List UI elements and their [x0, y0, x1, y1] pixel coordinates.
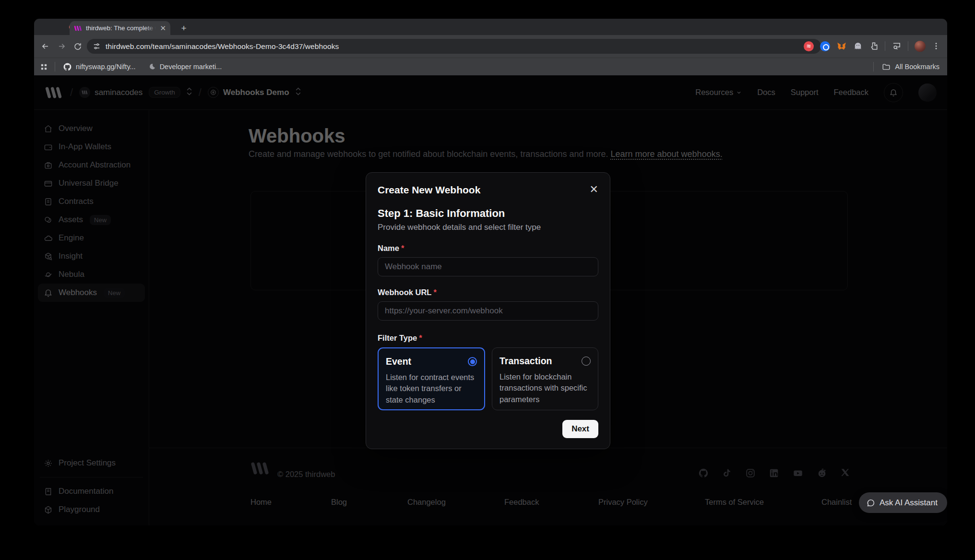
- step-subtitle: Provide webhook details and select filte…: [378, 223, 598, 232]
- toolbar-divider: [908, 41, 908, 51]
- crescent-favicon: [148, 63, 156, 71]
- extensions-row: [804, 38, 940, 54]
- browser-toolbar: thirdweb.com/team/saminacodes/Webhooks-D…: [34, 35, 947, 58]
- modal-header: Create New Webhook ✕: [378, 184, 598, 196]
- browser-window: thirdweb: The complete web3 ✕ + thirdweb…: [34, 19, 947, 525]
- filter-option-event[interactable]: Event Listen for contract events like to…: [378, 347, 485, 410]
- name-label-text: Name: [378, 244, 399, 252]
- required-marker: *: [433, 288, 436, 297]
- filter-option-description: Listen for contract events like token tr…: [386, 372, 477, 405]
- step-title: Step 1: Basic Information: [378, 207, 598, 220]
- webhook-url-label-text: Webhook URL: [378, 288, 431, 297]
- bookmark-label: Developer marketi...: [160, 63, 222, 71]
- new-tab-button[interactable]: +: [178, 23, 190, 34]
- all-bookmarks[interactable]: All Bookmarks: [873, 62, 939, 71]
- radio-unselected-icon[interactable]: [582, 357, 591, 366]
- extension-blue-icon[interactable]: [820, 41, 830, 51]
- browser-tab[interactable]: thirdweb: The complete web3 ✕: [70, 21, 170, 35]
- metamask-icon[interactable]: [836, 41, 847, 51]
- browser-menu-icon[interactable]: [932, 41, 940, 51]
- radio-selected-icon[interactable]: [468, 357, 477, 366]
- ask-ai-assistant-label: Ask AI Assistant: [880, 498, 938, 508]
- all-bookmarks-label: All Bookmarks: [895, 63, 939, 71]
- webhook-url-label: Webhook URL*: [378, 288, 598, 297]
- apps-grid-icon[interactable]: [40, 63, 48, 71]
- bookmark-label: niftyswap.gg/Nifty...: [76, 63, 136, 71]
- bookmark-niftyswap[interactable]: niftyswap.gg/Nifty...: [63, 62, 136, 71]
- filter-type-label-text: Filter Type: [378, 334, 417, 342]
- extensions-puzzle-icon[interactable]: [869, 41, 879, 51]
- webhook-url-input[interactable]: [378, 301, 598, 321]
- filter-option-transaction[interactable]: Transaction Listen for blockchain transa…: [492, 347, 598, 410]
- filter-option-title: Event: [386, 356, 411, 367]
- bookmark-developer-marketing[interactable]: Developer marketi...: [148, 63, 222, 71]
- create-webhook-modal: Create New Webhook ✕ Step 1: Basic Infor…: [366, 172, 610, 449]
- browser-profile-avatar[interactable]: [915, 41, 926, 52]
- tab-search-icon[interactable]: [892, 41, 902, 51]
- reload-icon[interactable]: [70, 38, 86, 55]
- bookmarks-bar: niftyswap.gg/Nifty... Developer marketi.…: [34, 58, 947, 75]
- thirdweb-favicon: [74, 25, 82, 31]
- filter-option-title: Transaction: [499, 356, 552, 367]
- bookmarks-divider: [55, 62, 55, 71]
- filter-type-options: Event Listen for contract events like to…: [378, 347, 598, 410]
- toolbar-divider: [885, 41, 885, 51]
- close-icon[interactable]: ✕: [590, 184, 598, 195]
- modal-footer: Next: [378, 420, 598, 438]
- thirdweb-dashboard: / saminacodes Growth / Webhooks Demo: [34, 75, 947, 525]
- browser-tab-strip: thirdweb: The complete web3 ✕ +: [34, 19, 947, 35]
- phantom-icon[interactable]: [853, 41, 863, 51]
- site-settings-icon[interactable]: [93, 42, 101, 50]
- required-marker: *: [401, 244, 404, 252]
- filter-option-description: Listen for blockchain transactions with …: [499, 371, 591, 405]
- tab-close-icon[interactable]: ✕: [160, 24, 166, 32]
- chat-bubble-icon: [867, 499, 875, 507]
- desktop-background: thirdweb: The complete web3 ✕ + thirdweb…: [0, 0, 975, 560]
- folder-icon: [882, 62, 891, 71]
- tab-title: thirdweb: The complete web3: [86, 24, 156, 32]
- next-button[interactable]: Next: [562, 420, 598, 438]
- bookmarks-divider: [873, 62, 874, 71]
- github-favicon: [63, 62, 72, 71]
- address-bar[interactable]: thirdweb.com/team/saminacodes/Webhooks-D…: [87, 39, 821, 54]
- webhook-name-input[interactable]: [378, 257, 598, 276]
- back-icon[interactable]: [37, 38, 53, 55]
- filter-type-label: Filter Type*: [378, 334, 598, 343]
- forward-icon[interactable]: [53, 38, 70, 55]
- modal-title: Create New Webhook: [378, 184, 480, 196]
- name-label: Name*: [378, 244, 598, 253]
- required-marker: *: [419, 334, 422, 342]
- ask-ai-assistant-button[interactable]: Ask AI Assistant: [859, 492, 947, 513]
- extension-red-icon[interactable]: [804, 41, 814, 51]
- url-text: thirdweb.com/team/saminacodes/Webhooks-D…: [106, 42, 339, 51]
